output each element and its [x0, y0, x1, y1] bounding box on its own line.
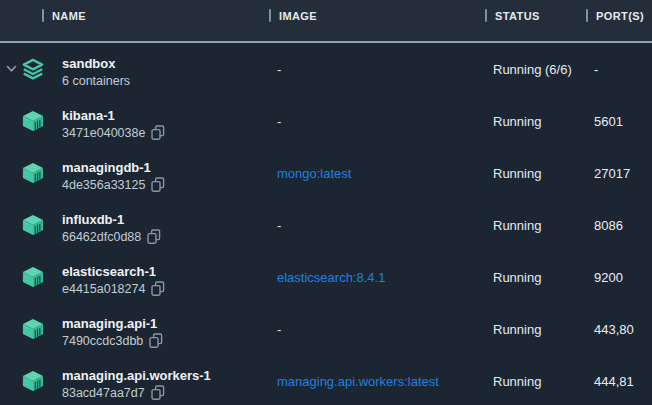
column-separator: [586, 9, 588, 22]
container-ports: 9200: [586, 270, 652, 285]
container-id: 83acd47aa7d7: [62, 385, 145, 401]
column-separator: [485, 9, 487, 22]
container-icon: [22, 110, 46, 132]
chevron-down-icon[interactable]: [4, 65, 18, 73]
row-gutter: [0, 303, 62, 355]
container-name-block: influxdb-1 66462dfc0d88: [62, 212, 269, 245]
row-gutter: [0, 147, 62, 199]
container-ports: 444,81: [586, 374, 652, 389]
container-ports: -: [586, 62, 652, 77]
container-id: 6 containers: [62, 73, 130, 89]
container-name-block: elasticsearch-1 e4415a018274: [62, 264, 269, 297]
container-image[interactable]: mongo:latest: [269, 166, 485, 181]
table-header: NAME IMAGE STATUS PORT(S): [0, 0, 652, 43]
column-header-label: PORT(S): [596, 10, 644, 22]
container-status: Running: [485, 322, 586, 337]
container-name-block: sandbox 6 containers: [62, 56, 269, 89]
column-header-label: STATUS: [495, 10, 540, 22]
container-icon: [22, 266, 46, 288]
containers-panel: NAME IMAGE STATUS PORT(S): [0, 0, 652, 405]
container-row[interactable]: influxdb-1 66462dfc0d88 - Running 8086: [0, 199, 652, 251]
container-id: 7490ccdc3dbb: [62, 333, 143, 349]
container-name: elasticsearch-1: [62, 264, 269, 280]
container-table-body: sandbox 6 containers - Running (6/6) -: [0, 43, 652, 405]
copy-icon[interactable]: [149, 333, 163, 348]
container-id: 4de356a33125: [62, 177, 145, 193]
column-header-status: STATUS: [485, 9, 586, 32]
container-ports: 8086: [586, 218, 652, 233]
container-icon: [22, 162, 46, 184]
container-name: sandbox: [62, 56, 269, 72]
container-ports: 5601: [586, 114, 652, 129]
container-row[interactable]: sandbox 6 containers - Running (6/6) -: [0, 43, 652, 95]
container-status: Running: [485, 374, 586, 389]
container-name: managing.api-1: [62, 316, 269, 332]
container-row[interactable]: elasticsearch-1 e4415a018274 elasticsear…: [0, 251, 652, 303]
container-row[interactable]: managing.api-1 7490ccdc3dbb - Running 44…: [0, 303, 652, 355]
column-separator: [42, 9, 44, 22]
container-ports: 443,80: [586, 322, 652, 337]
container-status: Running: [485, 166, 586, 181]
container-name: kibana-1: [62, 108, 269, 124]
copy-icon[interactable]: [151, 177, 165, 192]
container-row[interactable]: managingdb-1 4de356a33125 mongo:latest R…: [0, 147, 652, 199]
container-id: e4415a018274: [62, 281, 145, 297]
compose-stack-icon: [22, 58, 46, 80]
container-icon: [22, 214, 46, 236]
container-row[interactable]: kibana-1 3471e040038e - Running 5601: [0, 95, 652, 147]
container-id: 66462dfc0d88: [62, 229, 141, 245]
container-status: Running (6/6): [485, 62, 586, 77]
row-gutter: [0, 355, 62, 405]
container-name: managingdb-1: [62, 160, 269, 176]
container-image: -: [269, 114, 485, 129]
row-gutter: [0, 199, 62, 251]
container-status: Running: [485, 270, 586, 285]
copy-icon[interactable]: [151, 281, 165, 296]
row-gutter: [0, 95, 62, 147]
container-name-block: managing.api-1 7490ccdc3dbb: [62, 316, 269, 349]
container-status: Running: [485, 114, 586, 129]
container-image[interactable]: elasticsearch:8.4.1: [269, 270, 485, 285]
container-name-block: managingdb-1 4de356a33125: [62, 160, 269, 193]
container-status: Running: [485, 218, 586, 233]
container-image: -: [269, 218, 485, 233]
column-separator: [269, 9, 271, 22]
column-header-label: NAME: [52, 10, 86, 22]
column-header-image: IMAGE: [269, 9, 485, 32]
container-row[interactable]: managing.api.workers-1 83acd47aa7d7 mana…: [0, 355, 652, 405]
container-ports: 27017: [586, 166, 652, 181]
container-icon: [22, 370, 46, 392]
container-image: -: [269, 62, 485, 77]
column-header-label: IMAGE: [279, 10, 317, 22]
container-image: -: [269, 322, 485, 337]
copy-icon[interactable]: [151, 125, 165, 140]
row-gutter: [0, 251, 62, 303]
column-header-name: NAME: [42, 9, 269, 32]
copy-icon[interactable]: [151, 385, 165, 400]
container-name: managing.api.workers-1: [62, 368, 269, 384]
container-image[interactable]: managing.api.workers:latest: [269, 374, 485, 389]
copy-icon[interactable]: [147, 229, 161, 244]
container-name-block: kibana-1 3471e040038e: [62, 108, 269, 141]
container-name: influxdb-1: [62, 212, 269, 228]
column-header-ports: PORT(S): [586, 9, 652, 32]
container-icon: [22, 318, 46, 340]
container-id: 3471e040038e: [62, 125, 145, 141]
container-name-block: managing.api.workers-1 83acd47aa7d7: [62, 368, 269, 401]
row-gutter: [0, 43, 62, 95]
